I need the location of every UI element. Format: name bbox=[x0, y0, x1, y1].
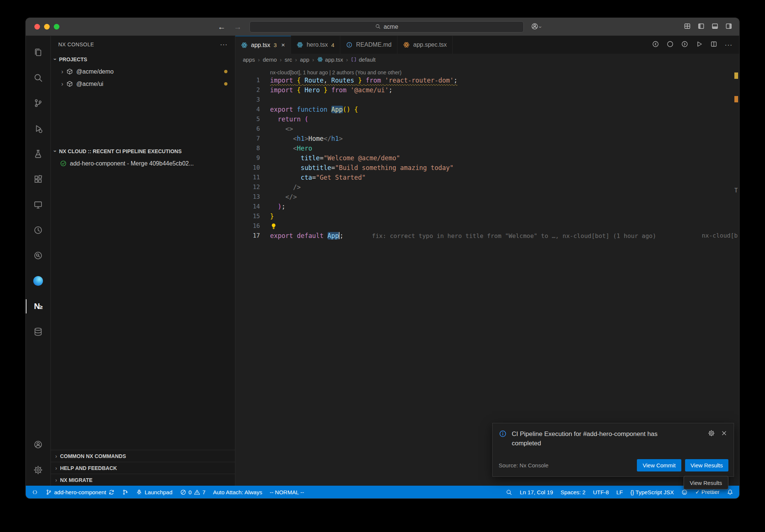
activity-edge-tools[interactable] bbox=[26, 268, 50, 294]
nav-back-button[interactable] bbox=[652, 40, 659, 49]
maximize-window-button[interactable] bbox=[54, 24, 59, 30]
breadcrumb-item-app-tsx[interactable]: app.tsx bbox=[317, 56, 343, 63]
sidebar-more-icon[interactable]: ··· bbox=[220, 40, 227, 49]
codelens-annotation[interactable]: nx-cloud[bot], 1 hour ago | 2 authors (Y… bbox=[235, 65, 739, 75]
accounts-menu-button[interactable]: › bbox=[531, 18, 542, 36]
minimize-window-button[interactable] bbox=[44, 24, 50, 30]
line-number: 15 bbox=[235, 211, 270, 221]
code-line-5[interactable]: 5 return ( bbox=[235, 114, 739, 124]
code-line-6[interactable]: 6 <> bbox=[235, 124, 739, 134]
code-line-3[interactable]: 3 bbox=[235, 95, 739, 105]
project-item-acme-ui[interactable]: ›@acme/ui bbox=[51, 78, 235, 90]
atom-icon bbox=[241, 42, 248, 49]
tab-hero-tsx[interactable]: hero.tsx4 bbox=[291, 36, 340, 54]
sidebar-section-common-nx-commands[interactable]: ›COMMON NX COMMANDS bbox=[51, 450, 235, 462]
code-line-15[interactable]: 15} bbox=[235, 211, 739, 221]
notification-close-icon[interactable] bbox=[721, 430, 728, 448]
pipeline-item[interactable]: add-hero-component - Merge 409b44e5cb02.… bbox=[51, 157, 235, 170]
activity-containers[interactable] bbox=[26, 319, 50, 344]
breadcrumb-item-src[interactable]: src bbox=[285, 56, 292, 63]
breadcrumb-item-app[interactable]: app bbox=[300, 56, 309, 63]
status-vim-mode[interactable]: -- NORMAL -- bbox=[270, 489, 304, 495]
code-line-4[interactable]: 4export function App() { bbox=[235, 105, 739, 114]
overview-mark bbox=[734, 96, 738, 102]
breadcrumb-item-default[interactable]: default bbox=[351, 56, 375, 63]
code-line-11[interactable]: 11 cta="Get Started" bbox=[235, 173, 739, 182]
customize-layout-button[interactable] bbox=[684, 22, 691, 31]
status-launchpad[interactable]: Launchpad bbox=[136, 489, 172, 495]
box-icon bbox=[66, 68, 73, 75]
activity-testing[interactable] bbox=[26, 141, 50, 167]
sidebar-section-nx-migrate[interactable]: ›NX MIGRATE bbox=[51, 474, 235, 486]
status-commit-graph[interactable] bbox=[122, 489, 128, 495]
split-editor-button[interactable] bbox=[710, 40, 718, 49]
activity-timeline[interactable] bbox=[26, 217, 50, 243]
close-icon[interactable]: × bbox=[281, 41, 285, 49]
code-line-14[interactable]: 14 ); bbox=[235, 202, 739, 211]
notification-settings-icon[interactable] bbox=[708, 430, 715, 448]
back-arrow-icon[interactable]: ← bbox=[218, 22, 226, 31]
toggle-panel-button[interactable] bbox=[711, 22, 719, 31]
remote-icon bbox=[33, 200, 43, 210]
view-commit-button[interactable]: View Commit bbox=[637, 459, 681, 471]
code-line-1[interactable]: 1import { Route, Routes } from 'react-ro… bbox=[235, 75, 739, 85]
status-auto-attach[interactable]: Auto Attach: Always bbox=[213, 489, 262, 495]
code-line-10[interactable]: 10 subtitle="Build something amazing tod… bbox=[235, 163, 739, 173]
toggle-annotations-button[interactable] bbox=[666, 40, 674, 49]
activity-remote-explorer[interactable] bbox=[26, 192, 50, 217]
forward-arrow-icon[interactable]: → bbox=[234, 22, 242, 31]
status-eol[interactable]: LF bbox=[616, 489, 623, 495]
activity-search[interactable] bbox=[26, 65, 50, 90]
activity-code-search[interactable] bbox=[26, 243, 50, 268]
code-line-8[interactable]: 8 <Hero bbox=[235, 143, 739, 153]
info-icon bbox=[499, 430, 507, 438]
section-projects[interactable]: › PROJECTS bbox=[51, 53, 235, 65]
view-results-button[interactable]: View Results bbox=[685, 459, 728, 471]
activity-settings[interactable] bbox=[26, 457, 50, 483]
code-line-2[interactable]: 2import { Hero } from '@acme/ui'; bbox=[235, 85, 739, 95]
code-line-7[interactable]: 7 <h1>Home</h1> bbox=[235, 134, 739, 143]
code-line-16[interactable]: 16 bbox=[235, 221, 739, 231]
toggle-sidebar-button[interactable] bbox=[697, 22, 705, 31]
breadcrumb-item-demo[interactable]: demo bbox=[263, 56, 277, 63]
activity-extensions[interactable] bbox=[26, 167, 50, 192]
status-prettier[interactable]: ✓ Prettier bbox=[695, 489, 719, 495]
status-problems[interactable]: 07 bbox=[180, 489, 206, 495]
tab-app-tsx[interactable]: app.tsx3× bbox=[235, 36, 291, 54]
status-zoom[interactable] bbox=[506, 489, 512, 495]
code-line-9[interactable]: 9 title="Welcome @acme/demo" bbox=[235, 153, 739, 163]
code-line-17[interactable]: 17export default App;fix: correct typo i… bbox=[235, 231, 739, 241]
sidebar-section-help-and-feedback[interactable]: ›HELP AND FEEDBACK bbox=[51, 462, 235, 474]
line-number: 4 bbox=[235, 105, 270, 114]
project-item-acme-demo[interactable]: ›@acme/demo bbox=[51, 65, 235, 78]
status-remote[interactable] bbox=[32, 489, 38, 495]
activity-source-control[interactable] bbox=[26, 90, 50, 116]
status-language[interactable]: {} TypeScript JSX bbox=[630, 489, 673, 495]
code-line-12[interactable]: 12 /> bbox=[235, 182, 739, 192]
more-actions-button[interactable]: ··· bbox=[725, 41, 733, 49]
status-indentation[interactable]: Spaces: 2 bbox=[561, 489, 586, 495]
activity-explorer[interactable] bbox=[26, 40, 50, 65]
activity-run-debug[interactable] bbox=[26, 116, 50, 141]
close-window-button[interactable] bbox=[34, 24, 40, 30]
section-nx-cloud[interactable]: › NX CLOUD :: RECENT CI PIPELINE EXECUTI… bbox=[51, 145, 235, 157]
command-center-search[interactable]: acme bbox=[250, 21, 524, 33]
nav-forward-button[interactable] bbox=[681, 40, 688, 49]
tab-readme-md[interactable]: README.md bbox=[340, 36, 397, 54]
code-line-13[interactable]: 13 </> bbox=[235, 192, 739, 202]
gear-icon bbox=[708, 430, 715, 437]
toggle-secondary-sidebar-button[interactable] bbox=[725, 22, 733, 31]
activity-accounts[interactable] bbox=[26, 432, 50, 457]
chevron-right-icon: › bbox=[55, 477, 57, 483]
status-feedback[interactable] bbox=[681, 489, 688, 495]
run-file-button[interactable] bbox=[696, 40, 703, 49]
chevron-right-icon: › bbox=[312, 56, 314, 63]
tab-app-spec-tsx[interactable]: app.spec.tsx bbox=[397, 36, 453, 54]
search-icon bbox=[506, 489, 512, 495]
status-cursor-position[interactable]: Ln 17, Col 19 bbox=[520, 489, 553, 495]
status-notifications[interactable] bbox=[727, 489, 733, 495]
activity-nx-console[interactable]: N≥ bbox=[26, 294, 50, 319]
breadcrumb-item-apps[interactable]: apps bbox=[243, 56, 255, 63]
status-branch[interactable]: add-hero-component bbox=[46, 489, 115, 495]
status-encoding[interactable]: UTF-8 bbox=[593, 489, 609, 495]
